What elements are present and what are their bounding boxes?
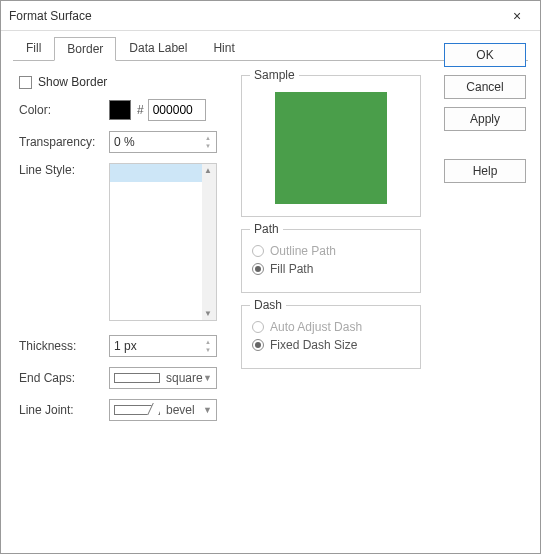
dash-label: Dash (250, 298, 286, 312)
transparency-value: 0 % (114, 135, 135, 149)
outline-path-radio[interactable] (252, 245, 264, 257)
fixed-dash-radio[interactable] (252, 339, 264, 351)
sample-swatch (275, 92, 387, 204)
line-joint-label: Line Joint: (19, 403, 109, 417)
color-hash: # (137, 103, 144, 117)
thickness-value: 1 px (114, 339, 137, 353)
tab-hint[interactable]: Hint (200, 36, 247, 60)
end-caps-label: End Caps: (19, 371, 109, 385)
color-swatch[interactable] (109, 100, 131, 120)
chevron-down-icon: ▼ (203, 405, 212, 415)
close-icon[interactable]: × (502, 8, 532, 24)
dash-group: Dash Auto Adjust Dash Fixed Dash Size (241, 305, 421, 369)
show-border-checkbox[interactable] (19, 76, 32, 89)
line-style-label: Line Style: (19, 163, 109, 177)
fill-path-label: Fill Path (270, 262, 313, 276)
help-button[interactable]: Help (444, 159, 526, 183)
sample-label: Sample (250, 68, 299, 82)
end-caps-combo[interactable]: square ▼ (109, 367, 217, 389)
apply-button[interactable]: Apply (444, 107, 526, 131)
fixed-dash-label: Fixed Dash Size (270, 338, 357, 352)
ok-button[interactable]: OK (444, 43, 526, 67)
path-group: Path Outline Path Fill Path (241, 229, 421, 293)
line-joint-value: bevel (166, 403, 195, 417)
auto-dash-label: Auto Adjust Dash (270, 320, 362, 334)
transparency-label: Transparency: (19, 135, 109, 149)
color-label: Color: (19, 103, 109, 117)
outline-path-label: Outline Path (270, 244, 336, 258)
sample-group: Sample (241, 75, 421, 217)
spinner-arrows-icon[interactable]: ▲▼ (202, 133, 214, 151)
tab-fill[interactable]: Fill (13, 36, 54, 60)
end-caps-icon (114, 373, 160, 383)
tab-border[interactable]: Border (54, 37, 116, 61)
line-style-selected[interactable] (110, 164, 216, 182)
auto-dash-radio[interactable] (252, 321, 264, 333)
tab-data-label[interactable]: Data Label (116, 36, 200, 60)
thickness-spinner[interactable]: 1 px ▲▼ (109, 335, 217, 357)
transparency-spinner[interactable]: 0 % ▲▼ (109, 131, 217, 153)
path-label: Path (250, 222, 283, 236)
color-hex-input[interactable] (148, 99, 206, 121)
cancel-button[interactable]: Cancel (444, 75, 526, 99)
window-title: Format Surface (9, 9, 502, 23)
line-style-list[interactable] (109, 163, 217, 321)
thickness-label: Thickness: (19, 339, 109, 353)
end-caps-value: square (166, 371, 203, 385)
scrollbar[interactable] (202, 164, 216, 320)
show-border-label: Show Border (38, 75, 107, 89)
spinner-arrows-icon[interactable]: ▲▼ (202, 337, 214, 355)
chevron-down-icon: ▼ (203, 373, 212, 383)
fill-path-radio[interactable] (252, 263, 264, 275)
line-joint-combo[interactable]: bevel ▼ (109, 399, 217, 421)
line-joint-icon (114, 405, 160, 415)
